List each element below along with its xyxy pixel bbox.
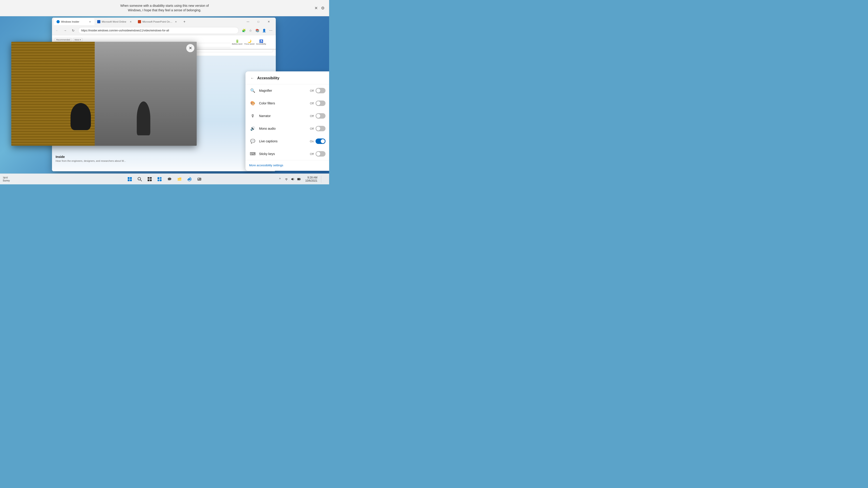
search-taskbar-icon — [137, 177, 142, 182]
task-view-button[interactable] — [145, 175, 154, 184]
svg-rect-9 — [150, 180, 152, 181]
tab-ppt[interactable]: Microsoft PowerPoint Online ✕ — [135, 18, 180, 25]
minimize-button[interactable]: — — [243, 18, 253, 26]
live-captions-toggle[interactable] — [315, 138, 326, 144]
svg-rect-16 — [178, 179, 181, 181]
chat-button[interactable] — [165, 175, 174, 184]
magnifier-label: Magnifier — [259, 89, 310, 92]
system-tray: ^ — [277, 176, 302, 182]
color-filters-toggle[interactable] — [315, 101, 326, 106]
svg-rect-1 — [130, 177, 132, 179]
svg-rect-19 — [200, 178, 201, 179]
start-button[interactable] — [125, 175, 134, 184]
narrator-toggle-thumb — [316, 114, 320, 118]
show-desktop-button[interactable] — [321, 175, 327, 183]
weather-info[interactable]: 78°F Sunny — [3, 176, 10, 182]
clock-display[interactable]: 9:28 AM 10/6/2021 — [304, 175, 319, 183]
narrator-icon: 🎙 — [249, 112, 256, 120]
taskbar-left: 78°F Sunny — [0, 176, 14, 182]
svg-rect-21 — [198, 180, 201, 180]
window-close-button[interactable]: ✕ — [264, 18, 274, 26]
tab-close-word[interactable]: ✕ — [129, 20, 132, 24]
panel-item-magnifier[interactable]: 🔍 Magnifier Off — [246, 84, 329, 97]
sticky-keys-status: Off — [310, 152, 314, 156]
tab-close-ppt[interactable]: ✕ — [174, 20, 178, 24]
task-view-icon — [147, 177, 152, 182]
tray-expand-button[interactable]: ^ — [277, 176, 283, 182]
svg-rect-10 — [158, 177, 159, 180]
address-input[interactable]: https://insider.windows.com/en-us/inside… — [78, 27, 239, 34]
tab-word[interactable]: Microsoft Word Online ✕ — [94, 18, 135, 25]
windows-logo-icon — [127, 177, 132, 182]
panel-item-live-captions[interactable]: 💬 Live captions On — [246, 135, 329, 148]
more-accessibility-settings-link[interactable]: More accessibility settings — [249, 164, 283, 167]
magnifier-status: Off — [310, 89, 314, 92]
address-url: https://insider.windows.com/en-us/inside… — [81, 29, 169, 32]
notification-settings-icon[interactable]: ⚙ — [321, 6, 324, 11]
back-button[interactable]: ← — [54, 27, 60, 34]
svg-rect-13 — [158, 180, 159, 181]
panel-header: ← Accessibility — [246, 71, 329, 84]
new-tab-button[interactable]: + — [181, 19, 188, 25]
narrator-toggle[interactable] — [315, 113, 326, 119]
video-wood-wall — [11, 42, 95, 146]
edge-browser-button[interactable] — [185, 175, 194, 184]
forward-button[interactable]: → — [62, 27, 68, 34]
extensions-button[interactable]: 🧩 — [241, 27, 247, 34]
battery-icon[interactable] — [296, 176, 302, 182]
panel-item-mono-audio[interactable]: 🔊 Mono audio Off — [246, 122, 329, 135]
sticky-keys-toggle[interactable] — [315, 151, 326, 157]
volume-icon[interactable] — [290, 176, 296, 182]
sticky-keys-toggle-thumb — [316, 152, 320, 156]
magnifier-toggle-thumb — [316, 89, 320, 93]
profile-button[interactable]: 👤 — [261, 27, 267, 34]
news-button[interactable] — [195, 175, 204, 184]
panel-item-sticky-keys[interactable]: ⌨ Sticky keys Off — [246, 148, 329, 160]
notification-close-button[interactable]: ✕ — [314, 6, 318, 11]
magnifier-icon: 🔍 — [249, 87, 256, 94]
tab-close-insider[interactable]: ✕ — [88, 20, 92, 24]
taskbar-right: ^ — [275, 175, 329, 183]
mono-audio-icon: 🔊 — [249, 125, 256, 132]
mono-audio-toggle[interactable] — [315, 126, 326, 131]
mono-audio-status: Off — [310, 127, 314, 130]
network-icon[interactable] — [284, 176, 289, 182]
panel-item-color-filters[interactable]: 🎨 Color filters Off — [246, 97, 329, 109]
mono-audio-toggle-thumb — [316, 127, 320, 131]
svg-rect-6 — [148, 177, 149, 179]
menu-button[interactable]: ⋯ — [268, 27, 274, 34]
battery-svg-icon — [297, 177, 301, 181]
person-standing-silhouette — [137, 101, 150, 135]
wifi-icon — [285, 177, 288, 181]
live-captions-label: Live captions — [259, 139, 310, 143]
narrator-status: Off — [310, 114, 314, 118]
window-controls: — □ ✕ — [243, 18, 274, 26]
color-filters-icon: 🎨 — [249, 100, 256, 107]
speaker-icon — [291, 177, 294, 181]
video-close-button[interactable]: ✕ — [186, 44, 194, 52]
tab-favicon-insider — [57, 20, 60, 23]
insider-subtitle: Hear from the engineers, designers, and … — [56, 160, 126, 162]
svg-rect-20 — [200, 179, 201, 180]
tab-insider[interactable]: Windows Insider ✕ — [54, 18, 94, 25]
video-modal: ✕ — [11, 42, 197, 146]
refresh-button[interactable]: ↻ — [70, 27, 76, 34]
notification-text: When someone with a disability starts us… — [120, 4, 209, 12]
maximize-button[interactable]: □ — [253, 18, 264, 26]
video-content — [11, 42, 197, 146]
search-button[interactable] — [135, 175, 144, 184]
svg-rect-2 — [128, 180, 129, 181]
collections-button[interactable]: 📚 — [254, 27, 260, 34]
widgets-button[interactable] — [155, 175, 164, 184]
sticky-keys-icon: ⌨ — [249, 150, 256, 158]
weather-temp: 78°F — [3, 176, 10, 179]
svg-rect-0 — [128, 177, 129, 179]
magnifier-toggle[interactable] — [315, 88, 326, 93]
panel-back-button[interactable]: ← — [249, 75, 255, 81]
live-captions-toggle-thumb — [321, 139, 325, 143]
file-explorer-button[interactable] — [175, 175, 184, 184]
favorites-button[interactable]: ☆ — [247, 27, 254, 34]
color-filters-status: Off — [310, 102, 314, 105]
edge-icon — [187, 177, 192, 182]
panel-item-narrator[interactable]: 🎙 Narrator Off — [246, 109, 329, 122]
